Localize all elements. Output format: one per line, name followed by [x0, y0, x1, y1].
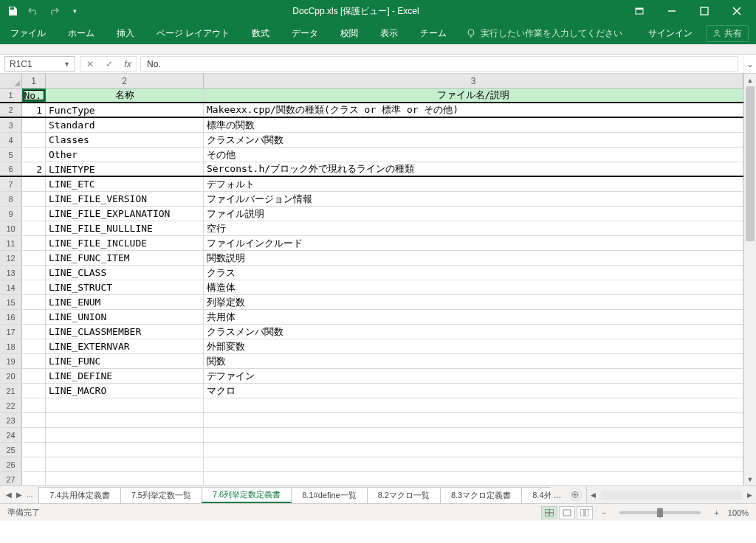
cell[interactable]: LINE_STRUCT — [46, 280, 204, 294]
cell[interactable]: ファイル名/説明 — [204, 89, 743, 102]
column-header[interactable]: 1 — [22, 74, 46, 88]
cell[interactable]: LINE_CLASS — [46, 266, 204, 280]
enter-formula-icon[interactable]: ✓ — [100, 59, 119, 69]
cell[interactable] — [204, 428, 743, 442]
cell[interactable]: ファイル説明 — [204, 207, 743, 221]
row-header[interactable]: 25 — [0, 443, 22, 457]
cell[interactable]: 列挙定数 — [204, 295, 743, 309]
cell[interactable]: FuncType — [46, 103, 204, 117]
cell[interactable] — [22, 118, 46, 132]
cell[interactable]: 関数説明 — [204, 251, 743, 265]
cell[interactable]: LINE_CLASSMEMBER — [46, 325, 204, 339]
sheet-tab[interactable]: 7.4共用体定義書 — [38, 487, 120, 503]
cell[interactable] — [22, 133, 46, 147]
cell[interactable]: その他 — [204, 148, 743, 162]
cell[interactable]: LINE_ETC — [46, 177, 204, 191]
cell[interactable]: 空行 — [204, 221, 743, 235]
chevron-down-icon[interactable]: ▼ — [63, 60, 70, 68]
cell[interactable]: 構造体 — [204, 280, 743, 294]
zoom-out-button[interactable]: − — [599, 508, 609, 517]
cell[interactable]: LINE_FUNC_ITEM — [46, 251, 204, 265]
expand-formula-bar-icon[interactable]: ⌄ — [743, 55, 756, 73]
row-header[interactable]: 12 — [0, 251, 22, 265]
cell[interactable]: LINE_FILE_EXPLANATION — [46, 207, 204, 221]
cell[interactable]: 関数 — [204, 354, 743, 368]
zoom-in-button[interactable]: + — [711, 508, 721, 517]
cell[interactable]: Serconst.h/ブロック外で現れるラインの種類 — [204, 162, 743, 176]
cell[interactable]: 標準の関数 — [204, 118, 743, 132]
cell[interactable] — [22, 207, 46, 221]
cell[interactable] — [22, 266, 46, 280]
scroll-down-icon[interactable]: ▼ — [744, 473, 756, 485]
row-header[interactable]: 4 — [0, 133, 22, 147]
row-header[interactable]: 14 — [0, 280, 22, 294]
tab-data[interactable]: データ — [289, 22, 321, 44]
row-header[interactable]: 23 — [0, 413, 22, 427]
select-all-corner[interactable] — [0, 74, 22, 88]
grid-rows[interactable]: 1No.名称ファイル名/説明21FuncTypeMakeexx.cpp/関数の種… — [0, 89, 743, 485]
page-break-view-button[interactable] — [577, 506, 593, 519]
sheet-nav-next-icon[interactable]: ▶ — [16, 491, 22, 499]
cell[interactable]: LINE_FUNC — [46, 354, 204, 368]
qat-customize-icon[interactable]: ▾ — [68, 4, 81, 18]
cell[interactable] — [22, 177, 46, 191]
ribbon-display-options-icon[interactable] — [625, 1, 654, 21]
column-header[interactable]: 2 — [46, 74, 204, 88]
cell[interactable] — [22, 384, 46, 398]
row-header[interactable]: 2 — [0, 103, 22, 117]
tab-insert[interactable]: 挿入 — [114, 22, 137, 44]
scrollbar-thumb[interactable] — [746, 86, 755, 241]
cell[interactable] — [22, 339, 46, 353]
row-header[interactable]: 5 — [0, 148, 22, 162]
scroll-right-icon[interactable]: ▶ — [743, 491, 756, 499]
row-header[interactable]: 16 — [0, 310, 22, 324]
cell[interactable]: Classes — [46, 133, 204, 147]
formula-input[interactable]: No. — [140, 56, 738, 72]
row-header[interactable]: 21 — [0, 384, 22, 398]
cell[interactable]: LINE_FILE_VERSION — [46, 192, 204, 206]
new-sheet-button[interactable]: ⊕ — [568, 488, 582, 501]
sheet-tab[interactable]: 8.4外部変数 — [521, 487, 551, 503]
signin-link[interactable]: サインイン — [648, 27, 693, 40]
share-button[interactable]: 共有 — [706, 25, 749, 42]
cell[interactable] — [22, 280, 46, 294]
cell[interactable]: LINE_UNION — [46, 310, 204, 324]
row-header[interactable]: 19 — [0, 354, 22, 368]
sheet-more-right[interactable]: ... — [551, 490, 564, 500]
cell[interactable]: デフォルト — [204, 177, 743, 191]
sheet-more-left[interactable]: ... — [27, 491, 32, 499]
row-header[interactable]: 24 — [0, 428, 22, 442]
horizontal-scrollbar[interactable]: ◀ ▶ — [586, 486, 756, 503]
row-header[interactable]: 17 — [0, 325, 22, 339]
name-box[interactable]: R1C1 ▼ — [4, 56, 75, 72]
cell[interactable]: Standard — [46, 118, 204, 132]
row-header[interactable]: 1 — [0, 89, 22, 102]
cell[interactable] — [22, 443, 46, 457]
sheet-tab[interactable]: 8.2マクロ一覧 — [367, 487, 441, 503]
cell[interactable] — [22, 148, 46, 162]
scroll-left-icon[interactable]: ◀ — [587, 491, 599, 499]
cell[interactable] — [22, 295, 46, 309]
cell[interactable]: 名称 — [46, 89, 204, 102]
row-header[interactable]: 26 — [0, 457, 22, 471]
column-header[interactable]: 3 — [204, 74, 743, 88]
cell[interactable] — [22, 428, 46, 442]
sheet-tab[interactable]: 8.3マクロ定義書 — [440, 487, 522, 503]
cell[interactable]: LINE_MACRO — [46, 384, 204, 398]
cell[interactable]: マクロ — [204, 384, 743, 398]
row-header[interactable]: 27 — [0, 472, 22, 485]
save-icon[interactable] — [6, 4, 19, 18]
cell[interactable] — [46, 457, 204, 471]
cell[interactable] — [22, 221, 46, 235]
cell[interactable] — [22, 354, 46, 368]
tab-review[interactable]: 校閲 — [337, 22, 361, 44]
zoom-level[interactable]: 100% — [728, 508, 749, 517]
cell[interactable]: Other — [46, 148, 204, 162]
tab-file[interactable]: ファイル — [7, 22, 49, 44]
row-header[interactable]: 20 — [0, 369, 22, 383]
cell[interactable] — [204, 398, 743, 412]
cell[interactable] — [46, 472, 204, 485]
row-header[interactable]: 22 — [0, 398, 22, 412]
cell[interactable] — [22, 369, 46, 383]
cell[interactable]: LINETYPE — [46, 162, 204, 176]
